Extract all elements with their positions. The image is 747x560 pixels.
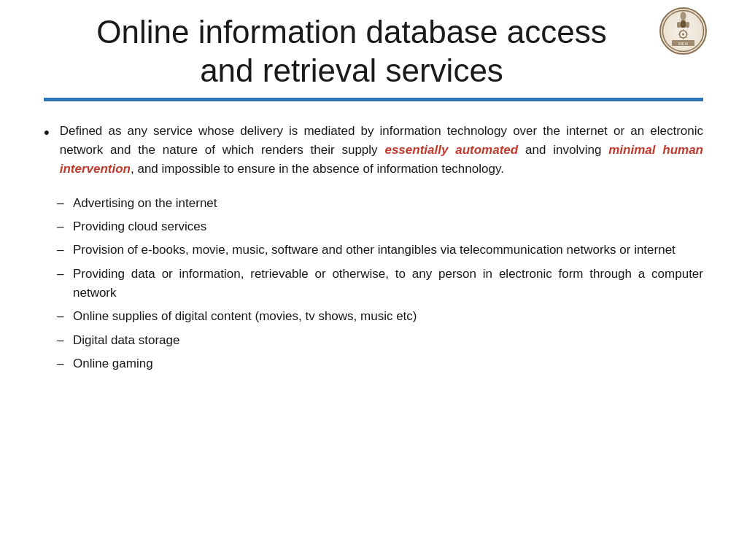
list-item: Online supplies of digital content (movi… xyxy=(73,307,703,326)
svg-point-1 xyxy=(681,12,686,20)
sub-list: Advertising on the internet Providing cl… xyxy=(73,194,703,374)
list-item: Digital data storage xyxy=(73,331,703,350)
svg-line-12 xyxy=(686,31,687,32)
list-item: Providing cloud services xyxy=(73,217,703,236)
slide: INDIA Online information database access… xyxy=(0,0,747,560)
content-section: • Defined as any service whose delivery … xyxy=(0,101,747,393)
bullet-point: • xyxy=(44,123,50,142)
list-item: Advertising on the internet xyxy=(73,194,703,213)
emblem-svg: INDIA xyxy=(661,9,705,53)
title-line2: and retrieval services xyxy=(200,52,503,88)
svg-rect-3 xyxy=(686,22,689,28)
list-item: Online gaming xyxy=(73,354,703,373)
svg-rect-2 xyxy=(677,22,681,28)
main-bullet-text: Defined as any service whose delivery is… xyxy=(60,122,703,179)
svg-rect-4 xyxy=(681,20,686,28)
svg-line-13 xyxy=(680,37,681,39)
list-item: Providing data or information, retrievab… xyxy=(73,265,703,303)
logo: INDIA xyxy=(659,7,707,55)
svg-line-14 xyxy=(686,37,687,39)
highlight-essentially-automated: essentially automated xyxy=(384,143,518,157)
title-line1: Online information database access xyxy=(96,14,607,50)
highlight-minimal-human: minimal human intervention xyxy=(60,143,703,176)
list-item: Provision of e-books, movie, music, soft… xyxy=(73,241,703,260)
blue-divider xyxy=(44,98,703,101)
svg-point-6 xyxy=(682,34,684,36)
svg-text:INDIA: INDIA xyxy=(678,42,689,46)
slide-title: Online information database access and r… xyxy=(44,13,703,90)
emblem-circle: INDIA xyxy=(659,7,707,55)
header-section: INDIA Online information database access… xyxy=(0,0,747,101)
main-bullet: • Defined as any service whose delivery … xyxy=(44,122,703,179)
svg-line-11 xyxy=(680,31,681,32)
